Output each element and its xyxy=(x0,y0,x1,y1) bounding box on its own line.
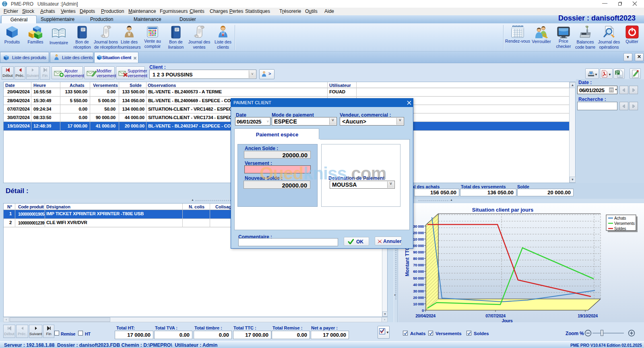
svg-text:Soldes: Soldes xyxy=(614,227,626,231)
svg-text:Montant TTC: Montant TTC xyxy=(405,247,410,276)
svg-text:90 000: 90 000 xyxy=(413,250,424,254)
svg-text:19/10/2024: 19/10/2024 xyxy=(578,313,598,318)
svg-text:20 000: 20 000 xyxy=(413,231,424,235)
svg-text:80 000: 80 000 xyxy=(413,256,424,261)
svg-text:40 000: 40 000 xyxy=(413,282,424,287)
svg-text:Achats: Achats xyxy=(614,216,626,220)
svg-text:60 000: 60 000 xyxy=(413,269,424,274)
svg-text:20/04/2024: 20/04/2024 xyxy=(415,313,436,318)
svg-text:Situation client par jours: Situation client par jours xyxy=(472,207,533,213)
svg-text:07/07/2024: 07/07/2024 xyxy=(485,313,506,318)
svg-text:30 000: 30 000 xyxy=(413,289,424,293)
svg-text:10 000: 10 000 xyxy=(413,237,424,241)
svg-text:00 000: 00 000 xyxy=(413,243,424,248)
svg-text:50 000: 50 000 xyxy=(413,276,424,280)
svg-text:70 000: 70 000 xyxy=(413,263,424,267)
svg-text:20 000: 20 000 xyxy=(413,295,424,300)
svg-text:30 000: 30 000 xyxy=(413,224,424,229)
svg-text:Versements: Versements xyxy=(614,221,635,226)
svg-text:10 000: 10 000 xyxy=(413,302,424,306)
svg-text:0: 0 xyxy=(422,308,424,313)
